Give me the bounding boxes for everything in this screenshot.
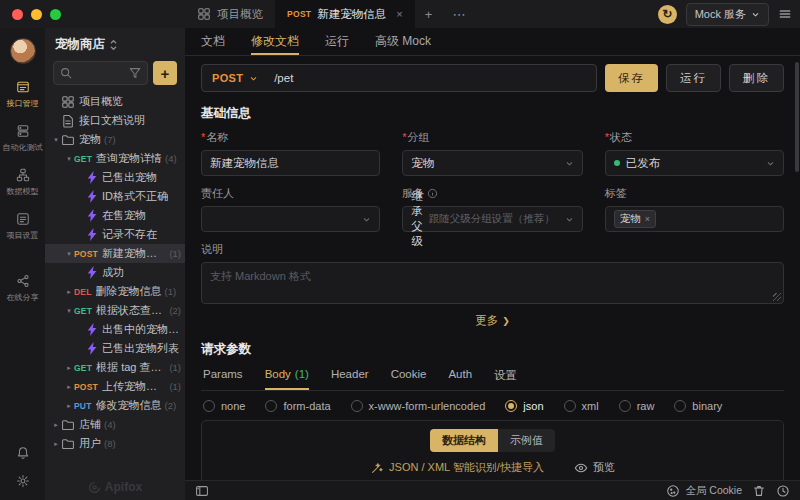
tree-item[interactable]: 已售出宠物 <box>45 168 185 187</box>
service-select[interactable]: 继承父级跟随父级分组设置（推荐） <box>402 206 583 232</box>
tree-item[interactable]: ▸用户(8) <box>45 434 185 453</box>
rail-item-data-model[interactable]: 数据模型 <box>0 160 45 204</box>
avatar[interactable] <box>10 38 36 64</box>
tree-expander-icon[interactable]: ▾ <box>64 307 74 315</box>
run-button[interactable]: 运行 <box>666 64 721 92</box>
tree-expander-icon[interactable]: ▸ <box>51 421 61 429</box>
close-window-button[interactable] <box>12 9 23 20</box>
tree-expander-icon[interactable]: ▸ <box>64 383 74 391</box>
rail-item-share[interactable]: 在线分享 <box>0 266 45 310</box>
body-type-radio-xml[interactable]: xml <box>564 400 599 412</box>
status-bar: 全局 Cookie <box>185 480 800 500</box>
name-input[interactable]: 新建宠物信息 <box>201 150 380 176</box>
tree-expander-icon[interactable]: ▸ <box>64 288 74 296</box>
tree-item[interactable]: ▾POST新建宠物信息(1) <box>45 244 185 263</box>
request-tab-Params[interactable]: Params <box>203 368 243 390</box>
tree-expander-icon[interactable]: ▾ <box>64 250 74 258</box>
tree-item[interactable]: ▾GET根据状态查找宠物列表(2) <box>45 301 185 320</box>
filter-icon[interactable] <box>128 66 142 80</box>
radio-label: form-data <box>283 400 330 412</box>
tree-item[interactable]: 记录不存在 <box>45 225 185 244</box>
console-panel-icon[interactable] <box>195 484 209 498</box>
tab-文档[interactable]: 文档 <box>201 28 225 55</box>
remove-tag-icon[interactable]: × <box>645 214 650 224</box>
request-tab-设置[interactable]: 设置 <box>494 368 517 390</box>
body-type-radio-json[interactable]: json <box>505 400 543 412</box>
tree-item[interactable]: ▸GET根据 tag 查找宠物列表(1) <box>45 358 185 377</box>
tree-item[interactable]: ▸POST上传宠物图片(1) <box>45 377 185 396</box>
status-select[interactable]: 已发布 <box>605 150 784 176</box>
tree-item[interactable]: 在售宠物 <box>45 206 185 225</box>
service-hint: 跟随父级分组设置（推荐） <box>429 212 559 226</box>
menu-icon[interactable] <box>778 7 792 21</box>
tags-input[interactable]: 宠物× <box>605 206 784 232</box>
gear-icon[interactable] <box>16 474 30 488</box>
tab-修改文档[interactable]: 修改文档 <box>251 28 299 55</box>
tree-item[interactable]: ▸DEL删除宠物信息(1) <box>45 282 185 301</box>
tree-item[interactable]: ID格式不正确 <box>45 187 185 206</box>
tab-高级 Mock[interactable]: 高级 Mock <box>375 28 431 55</box>
tree-item[interactable]: ▾GET查询宠物详情(4) <box>45 149 185 168</box>
window-controls <box>12 9 61 20</box>
description-textarea[interactable]: 支持 Markdown 格式 <box>201 262 784 304</box>
project-name[interactable]: 宠物商店 <box>55 36 105 53</box>
add-api-button[interactable]: + <box>153 61 177 85</box>
document-tab[interactable]: POST新建宠物信息× <box>275 0 415 28</box>
delete-button[interactable]: 删除 <box>729 64 784 92</box>
method-select[interactable]: POST <box>202 72 268 84</box>
tree-item[interactable]: ▸店铺(4) <box>45 415 185 434</box>
bell-icon[interactable] <box>16 446 30 460</box>
tree-expander-icon[interactable]: ▸ <box>64 364 74 372</box>
body-type-radio-raw[interactable]: raw <box>619 400 655 412</box>
new-tab-button[interactable]: + <box>415 0 443 28</box>
tree-item[interactable]: ▾宠物(7) <box>45 130 185 149</box>
request-tab-Body[interactable]: Body(1) <box>265 368 309 390</box>
tree-expander-icon[interactable]: ▸ <box>51 440 61 448</box>
search-input[interactable] <box>53 61 148 85</box>
minimize-window-button[interactable] <box>31 9 42 20</box>
mock-service-select[interactable]: Mock 服务 <box>686 3 769 26</box>
schema-mode-示例值[interactable]: 示例值 <box>498 429 555 452</box>
request-tab-Header[interactable]: Header <box>331 368 369 390</box>
tag-chip[interactable]: 宠物× <box>614 210 656 228</box>
tree-expander-icon[interactable]: ▾ <box>64 155 74 163</box>
tab-运行[interactable]: 运行 <box>325 28 349 55</box>
tree-item[interactable]: 成功 <box>45 263 185 282</box>
tree-expander-icon[interactable]: ▾ <box>51 136 61 144</box>
request-tab-Cookie[interactable]: Cookie <box>391 368 427 390</box>
description-label: 说明 <box>201 242 223 257</box>
body-type-radio-binary[interactable]: binary <box>674 400 722 412</box>
body-type-radio-form-data[interactable]: form-data <box>265 400 330 412</box>
scrollbar[interactable] <box>795 62 799 172</box>
tree-item[interactable]: 出售中的宠物列表 <box>45 320 185 339</box>
more-link[interactable]: 更多❯ <box>475 313 510 328</box>
rail-item-api-manage[interactable]: 接口管理 <box>0 72 45 116</box>
rail-item-project-settings[interactable]: 项目设置 <box>0 204 45 248</box>
maximize-window-button[interactable] <box>50 9 61 20</box>
save-button[interactable]: 保存 <box>605 64 658 92</box>
rail-item-auto-test[interactable]: 自动化测试 <box>0 116 45 160</box>
preview-link[interactable]: 预览 <box>574 460 615 475</box>
clock-icon[interactable] <box>776 484 790 498</box>
request-tab-Auth[interactable]: Auth <box>448 368 472 390</box>
group-select[interactable]: 宠物 <box>402 150 583 176</box>
close-tab-icon[interactable]: × <box>396 8 402 20</box>
schema-mode-数据结构[interactable]: 数据结构 <box>430 429 498 452</box>
tree-item[interactable]: 已售出宠物列表 <box>45 339 185 358</box>
sync-icon[interactable]: ↻ <box>658 5 677 24</box>
smart-import-link[interactable]: JSON / XML 智能识别/快捷导入 <box>370 460 544 475</box>
tree-item[interactable]: 接口文档说明 <box>45 111 185 130</box>
tree-item[interactable]: 项目概览 <box>45 92 185 111</box>
tree-item[interactable]: ▸PUT修改宠物信息(2) <box>45 396 185 415</box>
owner-select[interactable] <box>201 206 380 232</box>
path-input[interactable]: /pet <box>268 72 596 84</box>
body-type-radio-x-www-form-urlencoded[interactable]: x-www-form-urlencoded <box>351 400 486 412</box>
project-switcher-icon[interactable] <box>109 39 118 51</box>
global-cookie-label[interactable]: 全局 Cookie <box>685 484 742 498</box>
trash-icon[interactable] <box>752 484 766 498</box>
request-tab-label: Auth <box>448 368 472 383</box>
tree-expander-icon[interactable]: ▸ <box>64 402 74 410</box>
document-tab[interactable]: 项目概览 <box>185 0 275 28</box>
tab-overflow-button[interactable]: ⋯ <box>442 0 475 28</box>
body-type-radio-none[interactable]: none <box>203 400 245 412</box>
